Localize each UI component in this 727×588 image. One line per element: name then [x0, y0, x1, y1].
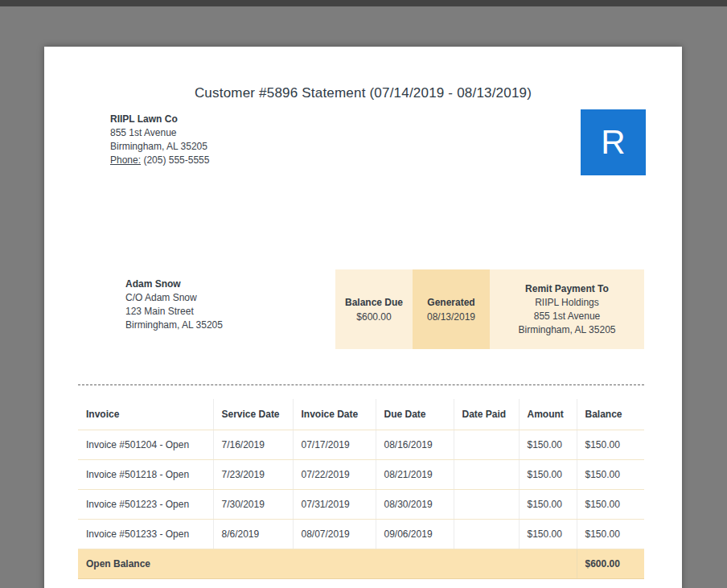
open-balance-label: Open Balance	[78, 549, 577, 579]
cell-amount: $150.00	[519, 460, 577, 490]
header-due-date: Due Date	[376, 399, 454, 430]
cell-date-paid	[454, 520, 519, 549]
summary-box: Balance Due $600.00 Generated 08/13/2019…	[335, 269, 644, 349]
document-viewer: Customer #5896 Statement (07/14/2019 - 0…	[0, 0, 727, 588]
billing-summary-row: Adam Snow C/O Adam Snow 123 Main Street …	[44, 269, 682, 349]
statement-page: Customer #5896 Statement (07/14/2019 - 0…	[44, 47, 682, 588]
phone-number: (205) 555-5555	[143, 154, 209, 166]
cell-due-date: 08/21/2019	[376, 460, 454, 490]
invoice-row: Invoice #501223 - Open 7/30/2019 07/31/2…	[78, 490, 644, 520]
cell-invoice-date: 07/31/2019	[293, 490, 376, 520]
cell-invoice-date: 08/07/2019	[293, 520, 376, 549]
cell-due-date: 09/06/2019	[376, 520, 454, 549]
header-invoice: Invoice	[78, 399, 213, 430]
cell-date-paid	[454, 490, 519, 520]
invoice-row: Invoice #501204 - Open 7/16/2019 07/17/2…	[78, 430, 644, 460]
cell-balance: $150.00	[577, 430, 644, 460]
cell-service-date: 7/16/2019	[213, 430, 293, 460]
cell-invoice-date: 07/17/2019	[293, 430, 376, 460]
company-logo: R	[581, 109, 646, 175]
cell-invoice: Invoice #501233 - Open	[78, 520, 213, 549]
cell-service-date: 7/23/2019	[213, 460, 293, 490]
header-service-date: Service Date	[213, 399, 293, 430]
cell-invoice: Invoice #501223 - Open	[78, 490, 213, 520]
cell-amount: $150.00	[519, 430, 577, 460]
header-invoice-date: Invoice Date	[293, 399, 376, 430]
invoice-row: Invoice #501218 - Open 7/23/2019 07/22/2…	[78, 460, 644, 490]
remit-payment-panel: Remit Payment To RIIPL Holdings 855 1st …	[490, 269, 644, 349]
dashed-divider	[78, 384, 644, 385]
statement-title: Customer #5896 Statement (07/14/2019 - 0…	[44, 85, 682, 101]
cell-date-paid	[454, 460, 519, 490]
cell-amount: $150.00	[519, 520, 577, 549]
balance-due-panel: Balance Due $600.00	[335, 269, 413, 349]
cell-date-paid	[454, 430, 519, 460]
cell-balance: $150.00	[577, 460, 644, 490]
phone-label: Phone:	[110, 154, 141, 166]
cell-invoice: Invoice #501204 - Open	[78, 430, 213, 460]
customer-address-line1: 123 Main Street	[125, 305, 223, 319]
invoice-table-header-row: Invoice Service Date Invoice Date Due Da…	[78, 399, 644, 430]
header-amount: Amount	[519, 399, 577, 430]
remit-label: Remit Payment To	[525, 282, 609, 296]
cell-service-date: 8/6/2019	[213, 520, 293, 549]
customer-care-of: C/O Adam Snow	[125, 291, 223, 305]
remit-name: RIIPL Holdings	[535, 296, 599, 310]
remit-address-line1: 855 1st Avenue	[534, 310, 601, 323]
generated-panel: Generated 08/13/2019	[413, 269, 490, 349]
cell-balance: $150.00	[577, 490, 644, 520]
header-balance: Balance	[577, 399, 644, 430]
customer-address-block: Adam Snow C/O Adam Snow 123 Main Street …	[125, 269, 223, 332]
customer-address-line2: Birmingham, AL 35205	[125, 319, 223, 332]
balance-due-label: Balance Due	[345, 295, 403, 310]
customer-name: Adam Snow	[125, 278, 223, 291]
cell-due-date: 08/30/2019	[376, 490, 454, 520]
viewer-top-bar	[0, 0, 727, 6]
generated-label: Generated	[427, 295, 474, 310]
logo-letter-icon: R	[601, 125, 625, 159]
cell-invoice-date: 07/22/2019	[293, 460, 376, 490]
balance-due-value: $600.00	[356, 310, 391, 324]
open-balance-row: Open Balance $600.00	[78, 549, 644, 579]
cell-due-date: 08/16/2019	[376, 430, 454, 460]
remit-address-line2: Birmingham, AL 35205	[519, 323, 616, 337]
cell-balance: $150.00	[577, 520, 644, 549]
header-date-paid: Date Paid	[454, 399, 519, 430]
open-balance-value: $600.00	[577, 549, 644, 579]
cell-invoice: Invoice #501218 - Open	[78, 460, 213, 490]
invoice-table: Invoice Service Date Invoice Date Due Da…	[78, 399, 644, 579]
cell-service-date: 7/30/2019	[213, 490, 293, 520]
invoice-row: Invoice #501233 - Open 8/6/2019 08/07/20…	[78, 520, 644, 549]
generated-value: 08/13/2019	[427, 310, 475, 324]
statement-header: RIIPL Lawn Co 855 1st Avenue Birmingham,…	[44, 113, 682, 209]
cell-amount: $150.00	[519, 490, 577, 520]
